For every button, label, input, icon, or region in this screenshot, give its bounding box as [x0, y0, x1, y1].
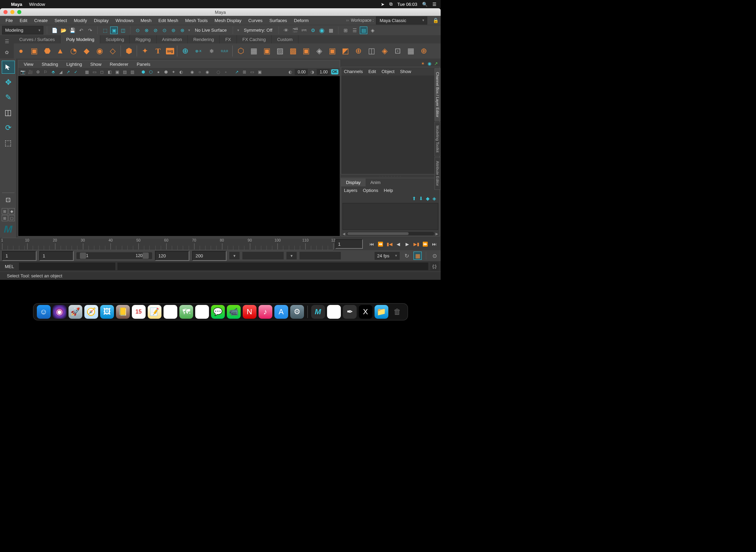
snap-grid-icon[interactable]: ⊙ [134, 27, 141, 34]
dock-reminders-icon[interactable]: ▤ [164, 305, 177, 319]
poly-svg-icon[interactable]: svg [166, 48, 174, 54]
snap-point-icon[interactable]: ⊘ [152, 27, 159, 34]
range-end-in[interactable] [155, 251, 189, 261]
uvsphere-icon[interactable]: ⊕ [419, 46, 429, 56]
subdiv-icon[interactable]: ◈ [314, 46, 324, 56]
range-end-out[interactable] [192, 251, 227, 261]
dock-messages-icon[interactable]: 💬 [211, 305, 225, 319]
lock-icon[interactable]: 🔒 [433, 18, 439, 23]
dock-notes-icon[interactable]: 📝 [148, 305, 161, 319]
clock[interactable]: Tue 06:03 [397, 2, 417, 7]
dock-terminal-icon[interactable]: X [359, 305, 372, 319]
poly-sphere-icon[interactable]: ● [16, 46, 26, 56]
panel-toggle3-icon[interactable]: ▤ [360, 27, 367, 34]
cleanup-icon[interactable]: ◫ [366, 46, 377, 56]
poly-cone-icon[interactable]: ▲ [55, 46, 65, 56]
select-tool[interactable] [2, 61, 15, 74]
select-component-icon[interactable]: ◫ [119, 27, 127, 34]
vp-bookmark-icon[interactable]: 🎥 [27, 69, 33, 75]
axis-widget-icon[interactable]: ✴ [421, 61, 425, 66]
layer-scrollbar[interactable]: ◀ ▶ [341, 231, 440, 236]
vp-gamma-value[interactable]: 1.00 [317, 69, 330, 75]
dock-textedit-icon[interactable]: ✎ [327, 305, 341, 319]
pivot-reset-icon[interactable]: ⊗-X [193, 46, 203, 56]
step-back-frame-icon[interactable]: ▮◀ [386, 240, 393, 248]
dock-siri-icon[interactable]: ◉ [53, 305, 66, 319]
dock-maps-icon[interactable]: 🗺 [179, 305, 193, 319]
vp-2d-icon[interactable]: ◢ [57, 69, 64, 75]
layer-tab-anim[interactable]: Anim [366, 178, 386, 186]
vp-light3-icon[interactable]: ✦ [170, 69, 177, 75]
vp-menu-lighting[interactable]: Lighting [62, 62, 86, 67]
vp-light1-icon[interactable]: ● [155, 69, 161, 75]
hypershade-icon[interactable]: ◉ [318, 27, 326, 34]
vp-menu-renderer[interactable]: Renderer [106, 62, 133, 67]
reduce-icon[interactable]: ⊕ [353, 46, 364, 56]
layout-4view[interactable]: ◆ [9, 208, 15, 214]
menu-deform[interactable]: Deform [291, 18, 312, 23]
save-scene-icon[interactable]: 💾 [69, 27, 76, 34]
triangulate-icon[interactable]: ▣ [327, 46, 337, 56]
ipr-icon[interactable]: IPR [300, 27, 308, 34]
dock-maya-icon[interactable]: M [311, 305, 325, 319]
range-handle-left[interactable] [80, 253, 86, 259]
menu-modify[interactable]: Modify [71, 18, 91, 23]
cb-menu-show[interactable]: Show [400, 69, 411, 74]
layer-newempty-icon[interactable]: ◆ [426, 196, 430, 201]
vp-film-icon[interactable]: ✓ [73, 69, 79, 75]
cb-menu-channels[interactable]: Channels [344, 69, 363, 74]
vp-gear-icon[interactable]: ⚙ [35, 69, 41, 75]
graph-icon[interactable]: ↗ [434, 61, 438, 66]
mirror-icon[interactable]: ▩ [288, 46, 298, 56]
mel-label[interactable]: MEL [2, 264, 17, 269]
poly-disc-icon[interactable]: ◉ [94, 46, 105, 56]
shelf-tab-polymodeling[interactable]: Poly Modeling [61, 35, 100, 43]
app-name[interactable]: Maya [11, 2, 22, 7]
layer-list[interactable] [343, 203, 438, 230]
channel-box-body[interactable] [341, 75, 440, 174]
dock-news-icon[interactable]: N [243, 305, 256, 319]
vp-shadow-icon[interactable]: ◐ [178, 69, 184, 75]
char-set-dropdown[interactable]: ▼ [286, 252, 297, 259]
vp-flag-icon[interactable]: ⚐ [42, 69, 49, 75]
shelf-tab-fx[interactable]: FX [220, 35, 237, 43]
spotlight-icon[interactable]: 🔍 [422, 2, 428, 7]
menu-editmesh[interactable]: Edit Mesh [155, 18, 182, 23]
combine-icon[interactable]: ⬡ [235, 46, 246, 56]
loop-icon[interactable]: ↻ [402, 252, 411, 260]
vtab-channelbox[interactable]: Channel Box / Layer Editor [434, 68, 441, 121]
menu-surfaces[interactable]: Surfaces [266, 18, 291, 23]
menu-windows[interactable]: Windows [112, 18, 137, 23]
redo-icon[interactable]: ↷ [86, 27, 94, 34]
fps-selector[interactable]: 24 fps [375, 252, 400, 260]
dock-safari-icon[interactable]: 🧭 [84, 305, 98, 319]
bridge-icon[interactable]: ◈ [379, 46, 390, 56]
prefs-icon[interactable]: ⊙ [430, 252, 439, 260]
viewport-canvas[interactable] [18, 76, 340, 236]
menu-display[interactable]: Display [91, 18, 112, 23]
range-handle-right[interactable] [143, 253, 149, 259]
vp-exposure-icon[interactable]: ◐ [287, 69, 293, 75]
poly-plane-icon[interactable]: ◆ [81, 46, 92, 56]
vtab-modelingtoolkit[interactable]: Modeling Toolkit [434, 122, 441, 156]
bbox-icon[interactable]: ⊡ [392, 46, 403, 56]
sync-icon[interactable]: ◉ [428, 61, 431, 66]
shelf-menu-icon[interactable]: ☰ [5, 39, 9, 44]
input-icon[interactable]: ➤ [381, 2, 385, 7]
new-scene-icon[interactable]: 📄 [51, 27, 58, 34]
vp-menu-view[interactable]: View [20, 62, 38, 67]
undo-icon[interactable]: ↶ [77, 27, 85, 34]
menu-extras-icon[interactable]: ☰ [432, 2, 437, 7]
render-seq-icon[interactable]: 🎬 [291, 27, 299, 34]
shelf-tab-curves[interactable]: Curves / Surfaces [14, 35, 61, 43]
panel-toggle2-icon[interactable]: ☰ [351, 27, 358, 34]
snap-plane-icon[interactable]: ⊙ [161, 27, 168, 34]
move-tool[interactable]: ◫ [2, 106, 15, 119]
vp-wire-icon[interactable]: ▤ [122, 69, 128, 75]
autokey-icon[interactable]: ▦ [413, 252, 422, 260]
shelf-tab-fxcaching[interactable]: FX Caching [237, 35, 272, 43]
dock-appstore-icon[interactable]: A [274, 305, 288, 319]
symmetry-field[interactable]: Symmetry: Off [241, 26, 275, 34]
poly-platonic-icon[interactable]: ⬢ [124, 46, 134, 56]
light-editor-icon[interactable]: ▦ [327, 27, 335, 34]
